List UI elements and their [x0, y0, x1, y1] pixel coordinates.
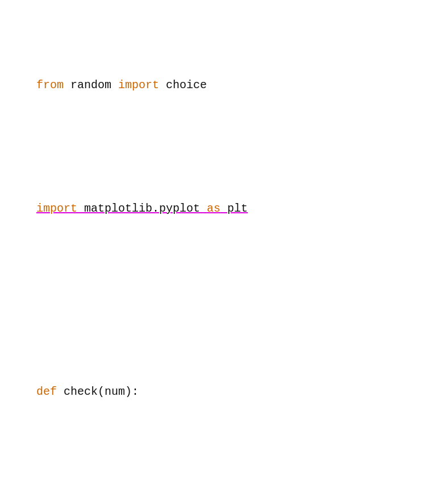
keyword-import2: import — [36, 202, 77, 215]
code-line-4: times = 0 — [9, 489, 416, 504]
keyword-as: as — [207, 202, 220, 215]
code-matplotlib: matplotlib.pyplot — [77, 202, 207, 215]
code-plt: plt — [220, 202, 248, 215]
spacer-1 — [9, 288, 416, 295]
code-random: random — [64, 79, 118, 92]
keyword-from: from — [36, 79, 64, 92]
keyword-def: def — [36, 385, 57, 398]
code-line-2: import matplotlib.pyplot as plt — [9, 182, 416, 235]
code-line-1: from random import choice — [9, 59, 416, 111]
code-line-3: def check(num): — [9, 365, 416, 418]
code-check: check(num): — [57, 385, 139, 398]
code-display: from random import choice import matplot… — [9, 6, 416, 504]
code-choice: choice — [159, 79, 207, 92]
keyword-import: import — [118, 79, 159, 92]
